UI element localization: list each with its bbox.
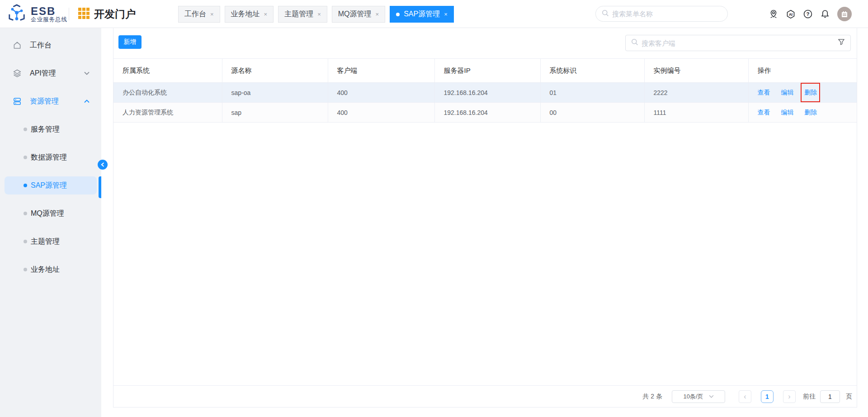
sidebar-item-mq-source[interactable]: MQ源管理	[5, 204, 97, 223]
cell-source-name: sap-oa	[222, 83, 328, 103]
chevron-down-icon	[709, 395, 714, 398]
cell-client: 400	[328, 103, 434, 123]
tab-mq-source[interactable]: MQ源管理 ×	[332, 6, 385, 23]
search-icon	[631, 38, 638, 47]
delete-link-label: 删除	[804, 89, 817, 96]
tab-close-icon[interactable]: ×	[444, 11, 448, 18]
prev-page-button[interactable]: ‹	[739, 390, 751, 403]
sidebar-item-datasource-management[interactable]: 数据源管理	[5, 148, 97, 166]
cell-system-id: 01	[540, 83, 644, 103]
svg-text:?: ?	[807, 11, 810, 17]
active-item-indicator	[99, 176, 101, 198]
logo-title: ESB	[31, 5, 67, 17]
header-divider	[69, 8, 69, 20]
tab-workbench[interactable]: 工作台 ×	[178, 6, 220, 23]
layers-icon	[13, 69, 22, 78]
sidebar-item-resource-management[interactable]: 资源管理	[5, 92, 97, 110]
portal-title: 开发门户	[78, 0, 136, 28]
tab-business-address[interactable]: 业务地址 ×	[225, 6, 274, 23]
bullet-icon	[24, 184, 27, 187]
logo-subtitle: 企业服务总线	[31, 17, 67, 23]
bullet-icon	[24, 128, 27, 131]
sidebar-item-label: MQ源管理	[31, 209, 64, 218]
search-icon	[602, 9, 609, 19]
cell-system-id: 00	[540, 103, 644, 123]
total-count: 共 2 条	[642, 393, 662, 401]
bell-icon[interactable]	[820, 9, 830, 19]
help-icon[interactable]: ?	[803, 9, 813, 19]
sidebar-item-label: 资源管理	[30, 97, 59, 106]
view-link[interactable]: 查看	[758, 109, 770, 116]
sidebar-item-topic-management[interactable]: 主题管理	[5, 232, 97, 251]
sidebar-item-label: SAP源管理	[31, 181, 67, 190]
server-icon	[13, 97, 22, 106]
tab-label: 业务地址	[231, 9, 260, 19]
open-tabs-bar: 工作台 × 业务地址 × 主题管理 × MQ源管理 × SAP源管理 ×	[178, 6, 454, 23]
esb-network-icon	[7, 4, 26, 24]
sidebar-collapse-button[interactable]	[98, 160, 108, 170]
edit-link[interactable]: 编辑	[781, 89, 793, 96]
bullet-icon	[24, 268, 27, 271]
sidebar: 工作台 API管理 资源管理 服务	[0, 28, 101, 417]
add-button[interactable]: 新增	[118, 35, 142, 49]
col-instance-no: 实例编号	[644, 59, 748, 83]
cell-source-name: sap	[222, 103, 328, 123]
page-size-value: 10条/页	[683, 393, 703, 401]
location-icon[interactable]	[769, 9, 778, 19]
chevron-down-icon	[84, 71, 90, 75]
top-header: ESB 企业服务总线 开发门户 工作台 × 业务地址 × 主题管理	[0, 0, 868, 28]
tab-close-icon[interactable]: ×	[317, 11, 321, 18]
cell-actions: 查看 编辑 删除	[748, 83, 857, 103]
goto-page-input[interactable]	[820, 390, 840, 403]
sidebar-item-label: 数据源管理	[31, 153, 67, 162]
cell-instance-no: 2222	[644, 83, 748, 103]
tab-label: MQ源管理	[338, 9, 372, 19]
portal-name: 开发门户	[94, 7, 136, 21]
bullet-icon	[24, 212, 27, 215]
sidebar-item-sap-source-active[interactable]: SAP源管理	[5, 176, 97, 194]
view-link[interactable]: 查看	[758, 89, 770, 96]
tab-close-icon[interactable]: ×	[376, 11, 379, 18]
avatar[interactable]	[837, 7, 852, 21]
cell-system: 办公自动化系统	[113, 83, 222, 103]
bullet-icon	[24, 240, 27, 243]
svg-text:AI: AI	[789, 12, 793, 16]
client-search-box[interactable]	[625, 35, 851, 51]
tab-close-icon[interactable]: ×	[264, 11, 268, 18]
sidebar-item-workbench[interactable]: 工作台	[5, 36, 97, 54]
cell-instance-no: 1111	[644, 103, 748, 123]
content-panel: 新增 所属系统 源名称 客户端	[113, 28, 857, 408]
client-search-input[interactable]	[642, 39, 835, 47]
delete-link[interactable]: 删除	[804, 89, 817, 97]
tab-label: SAP源管理	[404, 9, 440, 19]
sidebar-item-business-address[interactable]: 业务地址	[5, 261, 97, 279]
grid-icon	[78, 7, 90, 21]
chevron-up-icon	[84, 100, 90, 103]
cell-client: 400	[328, 83, 434, 103]
col-actions: 操作	[748, 59, 857, 83]
edit-link[interactable]: 编辑	[781, 109, 793, 116]
tab-sap-source-active[interactable]: SAP源管理 ×	[390, 6, 454, 23]
col-system: 所属系统	[113, 59, 222, 83]
sidebar-item-label: 业务地址	[31, 265, 60, 275]
sidebar-item-api-management[interactable]: API管理	[5, 64, 97, 82]
menu-search-input[interactable]	[612, 10, 722, 18]
menu-search-box[interactable]	[595, 6, 728, 22]
tab-close-icon[interactable]: ×	[210, 11, 214, 18]
col-source-name: 源名称	[222, 59, 328, 83]
ai-icon[interactable]: AI	[786, 9, 796, 19]
tab-topic-management[interactable]: 主题管理 ×	[278, 6, 327, 23]
next-page-button[interactable]: ›	[783, 390, 796, 403]
page-size-select[interactable]: 10条/页	[672, 390, 725, 403]
delete-link[interactable]: 删除	[804, 109, 817, 116]
tab-label: 主题管理	[284, 9, 313, 19]
current-page-button[interactable]: 1	[761, 390, 774, 403]
tab-label: 工作台	[184, 9, 206, 19]
sidebar-item-label: 服务管理	[31, 125, 60, 134]
cell-server-ip: 192.168.16.204	[434, 83, 540, 103]
sidebar-item-service-management[interactable]: 服务管理	[5, 120, 97, 138]
active-dot-icon	[396, 13, 400, 16]
filter-icon[interactable]	[838, 38, 845, 47]
table-row: 人力资源管理系统 sap 400 192.168.16.204 00 1111 …	[113, 103, 857, 123]
pagination-bar: 共 2 条 10条/页 ‹ 1 › 前往 页	[113, 385, 857, 407]
